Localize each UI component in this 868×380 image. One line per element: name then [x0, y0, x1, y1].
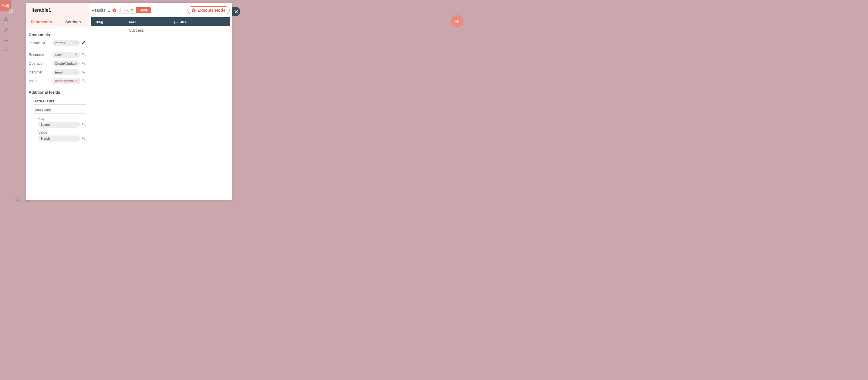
execute-node-button[interactable]: Execute Node	[187, 6, 230, 14]
node-results-panel: Results: 1 i JSON Table Execute Node msg…	[89, 3, 232, 200]
question-icon	[4, 49, 7, 54]
node-header: Iterable1 Parameters Settings	[26, 3, 89, 27]
param-row-resource: Resource: User	[29, 52, 86, 58]
results-view-toggle: JSON Table	[120, 7, 151, 13]
data-fields-section: Data Fields: Data Field: Key: Name Value…	[29, 99, 86, 141]
gears-icon	[82, 79, 86, 82]
sitemap-icon	[3, 17, 8, 22]
param-options-identifier[interactable]	[82, 70, 86, 74]
node-parameters-panel: Iterable1 Parameters Settings Credential…	[26, 3, 89, 200]
input-df-value[interactable]: Harshil	[38, 136, 80, 141]
gears-icon	[82, 123, 86, 126]
edit-credential-button[interactable]	[82, 41, 86, 45]
svg-line-18	[4, 31, 5, 32]
df-value-label: Value:	[38, 130, 86, 135]
param-options-df-value[interactable]	[82, 136, 86, 141]
param-row-df-value: Harshil	[38, 136, 86, 141]
input-value-expression[interactable]: harshil@n8n.io	[52, 78, 80, 84]
zoom-in-icon	[16, 197, 21, 202]
results-table: msg code params Success	[91, 17, 230, 35]
svg-point-16	[5, 28, 7, 30]
param-row-key: Name	[38, 122, 86, 128]
select-operation[interactable]: Create/Update	[52, 61, 80, 67]
svg-point-46	[84, 139, 85, 140]
results-count: Results: 1	[91, 8, 110, 13]
view-toggle-json[interactable]: JSON	[121, 7, 136, 13]
svg-point-44	[84, 125, 85, 126]
play-icon	[192, 8, 195, 12]
svg-rect-9	[5, 20, 6, 22]
divider	[29, 96, 86, 96]
node-title: Iterable1	[26, 7, 89, 17]
params-body: Credentials Iterable API: Iterable Resou…	[26, 27, 89, 200]
execute-node-label: Execute Node	[197, 8, 225, 13]
svg-point-41	[82, 79, 84, 81]
gears-icon	[82, 136, 86, 140]
sidebar-item-help[interactable]	[0, 46, 11, 56]
gears-icon	[82, 70, 86, 74]
svg-point-42	[84, 81, 85, 82]
app-logo	[0, 0, 11, 11]
svg-point-2	[7, 4, 9, 6]
param-options-value[interactable]	[82, 79, 86, 83]
param-options-key[interactable]	[82, 123, 86, 127]
svg-rect-7	[5, 18, 7, 19]
app-sidebar	[0, 0, 11, 207]
input-key[interactable]: Name	[38, 122, 80, 128]
divider	[33, 104, 86, 105]
key-label: Key:	[38, 116, 86, 121]
credential-select-iterable-api[interactable]: Iterable	[52, 40, 80, 46]
section-credentials-label: Credentials	[29, 33, 86, 37]
svg-line-31	[28, 201, 29, 202]
add-node-button[interactable]	[451, 15, 464, 28]
cell-msg	[91, 28, 129, 33]
divider	[33, 113, 86, 114]
close-icon	[234, 10, 239, 14]
gears-icon	[82, 53, 86, 56]
select-resource[interactable]: User	[52, 52, 80, 58]
sidebar-item-credentials[interactable]	[0, 25, 11, 35]
col-header-code: code	[129, 19, 174, 24]
param-options-resource[interactable]	[82, 53, 86, 57]
results-info-icon[interactable]: i	[113, 8, 116, 12]
section-data-fields-label: Data Fields:	[33, 99, 86, 103]
param-row-iterable-api: Iterable API: Iterable	[29, 40, 86, 46]
data-field-label: Data Field:	[33, 108, 86, 112]
param-options-operation[interactable]	[82, 62, 86, 66]
col-header-params: params	[174, 19, 230, 24]
param-row-operation: Operation: Create/Update	[29, 61, 86, 67]
results-bar: Results: 1 i JSON Table Execute Node	[91, 6, 230, 14]
section-additional-fields-label: Additional Fields:	[29, 90, 86, 95]
tab-parameters[interactable]: Parameters	[26, 17, 57, 27]
param-label-operation: Operation:	[29, 62, 50, 66]
param-label-resource: Resource:	[29, 53, 50, 57]
gears-icon	[82, 62, 86, 65]
tab-settings[interactable]: Settings	[57, 17, 89, 27]
param-label-iterable-api: Iterable API:	[29, 41, 50, 45]
sidebar-item-executions[interactable]	[0, 35, 11, 46]
close-modal-button[interactable]	[232, 7, 240, 16]
svg-point-37	[82, 62, 84, 64]
svg-rect-8	[4, 20, 5, 22]
sidebar-item-workflows[interactable]	[0, 14, 11, 25]
sidebar-collapse-button[interactable]	[9, 9, 13, 13]
svg-point-36	[84, 55, 85, 56]
pencil-icon	[82, 41, 85, 44]
svg-rect-10	[7, 20, 8, 22]
list-icon	[4, 39, 8, 42]
svg-point-0	[3, 4, 4, 6]
zoom-in-button[interactable]	[14, 196, 22, 204]
n8n-logo-icon	[2, 4, 9, 8]
node-tabs: Parameters Settings	[26, 17, 89, 27]
svg-point-35	[82, 53, 84, 55]
results-table-row: Success	[91, 26, 230, 35]
results-table-header: msg code params	[91, 17, 230, 26]
select-identifier[interactable]: Email	[52, 69, 80, 75]
plus-icon	[455, 19, 460, 24]
param-row-value: Value: harshil@n8n.io	[29, 78, 86, 84]
view-toggle-table[interactable]: Table	[136, 7, 151, 13]
cell-params	[174, 28, 230, 33]
cell-code: Success	[129, 28, 174, 33]
key-icon	[4, 28, 8, 32]
data-field-item: Key: Name Value: Harshil	[33, 116, 86, 141]
